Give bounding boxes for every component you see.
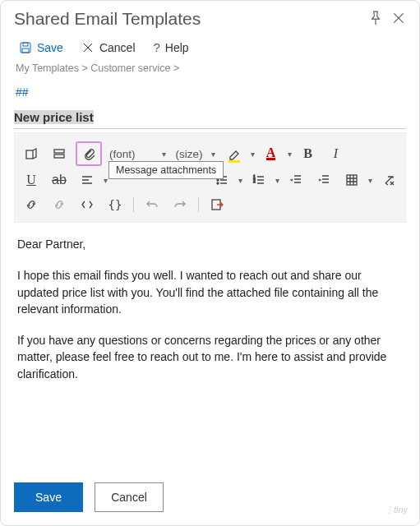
chevron-down-icon: ▾ bbox=[162, 150, 166, 159]
unlink-button[interactable] bbox=[48, 194, 71, 215]
tiny-branding: ⋮tiny bbox=[385, 505, 408, 515]
body-paragraph-1: I hope this email finds you well. I want… bbox=[17, 267, 403, 317]
svg-rect-4 bbox=[54, 150, 64, 153]
chevron-down-icon[interactable]: ▾ bbox=[368, 176, 372, 185]
svg-rect-5 bbox=[54, 155, 64, 158]
cancel-action-label: Cancel bbox=[99, 41, 136, 54]
breadcrumb: My Templates > Customer service > bbox=[16, 62, 406, 74]
font-size-select[interactable]: (size) ▾ bbox=[173, 148, 218, 160]
svg-text:2: 2 bbox=[253, 178, 256, 183]
shortcut-field[interactable]: ## bbox=[16, 85, 406, 99]
attachment-tooltip: Message attachments bbox=[108, 161, 224, 179]
footer-buttons: Save Cancel bbox=[14, 482, 164, 512]
separator bbox=[133, 197, 134, 212]
exit-button[interactable] bbox=[205, 194, 228, 215]
action-bar: Save Cancel ? Help bbox=[19, 40, 406, 54]
body-greeting: Dear Partner, bbox=[17, 236, 403, 252]
chevron-down-icon[interactable]: ▾ bbox=[251, 150, 255, 159]
insert-field-button[interactable]: {} bbox=[104, 194, 127, 215]
italic-button[interactable]: I bbox=[325, 143, 348, 164]
help-action[interactable]: ? Help bbox=[154, 40, 189, 54]
svg-rect-3 bbox=[26, 150, 33, 159]
template-editor-window: Shared Email Templates Save Cancel ? Hel… bbox=[0, 0, 420, 526]
subject-row: New price list bbox=[14, 110, 406, 129]
cancel-action[interactable]: Cancel bbox=[81, 41, 136, 54]
editor-toolbar: (font) ▾ (size) ▾ ▾ A ▾ B I U ab ▾ bbox=[14, 132, 406, 223]
save-action[interactable]: Save bbox=[19, 41, 63, 54]
outdent-button[interactable] bbox=[284, 169, 307, 191]
font-size-label: (size) bbox=[176, 148, 203, 160]
save-action-label: Save bbox=[37, 41, 63, 54]
insert-macro-button[interactable] bbox=[20, 143, 43, 164]
indent-button[interactable] bbox=[312, 169, 335, 191]
subject-input[interactable]: New price list bbox=[14, 110, 94, 124]
title-bar: Shared Email Templates bbox=[14, 9, 406, 29]
body-paragraph-2: If you have any questions or concerns re… bbox=[17, 332, 403, 382]
close-icon[interactable] bbox=[391, 11, 406, 28]
numbered-list-button[interactable]: 12 bbox=[247, 169, 270, 191]
chevron-down-icon[interactable]: ▾ bbox=[288, 150, 292, 159]
cancel-button[interactable]: Cancel bbox=[95, 482, 164, 512]
bold-button[interactable]: B bbox=[297, 143, 320, 164]
clear-format-button[interactable] bbox=[377, 169, 400, 191]
pin-icon[interactable] bbox=[368, 11, 383, 28]
font-family-select[interactable]: (font) ▾ bbox=[107, 148, 168, 160]
source-code-button[interactable] bbox=[76, 194, 99, 215]
underline-button[interactable]: U bbox=[20, 169, 43, 191]
help-icon: ? bbox=[154, 40, 160, 54]
link-button[interactable] bbox=[20, 194, 43, 215]
font-color-button[interactable]: A bbox=[260, 143, 283, 164]
font-family-label: (font) bbox=[109, 148, 136, 160]
svg-rect-1 bbox=[23, 43, 28, 46]
chevron-down-icon: ▾ bbox=[211, 150, 215, 159]
highlight-button[interactable] bbox=[223, 143, 246, 164]
svg-point-7 bbox=[217, 179, 219, 181]
breadcrumb-folder[interactable]: Customer service bbox=[90, 62, 170, 74]
chevron-down-icon[interactable]: ▾ bbox=[104, 176, 108, 185]
svg-rect-11 bbox=[347, 175, 357, 185]
breadcrumb-root[interactable]: My Templates bbox=[16, 62, 79, 74]
attachment-button[interactable] bbox=[76, 141, 102, 166]
email-body-editor[interactable]: Dear Partner, I hope this email finds yo… bbox=[14, 223, 406, 382]
layout-button[interactable] bbox=[48, 143, 71, 164]
save-button[interactable]: Save bbox=[14, 482, 83, 512]
table-button[interactable] bbox=[340, 169, 363, 191]
chevron-down-icon[interactable]: ▾ bbox=[238, 176, 242, 185]
svg-rect-2 bbox=[22, 48, 29, 53]
window-title: Shared Email Templates bbox=[14, 9, 360, 29]
undo-button[interactable] bbox=[141, 194, 164, 215]
separator bbox=[198, 197, 199, 212]
redo-button[interactable] bbox=[168, 194, 192, 215]
svg-point-8 bbox=[217, 182, 219, 184]
strikethrough-button[interactable]: ab bbox=[48, 169, 71, 191]
align-button[interactable] bbox=[76, 169, 99, 191]
help-action-label: Help bbox=[165, 41, 189, 54]
chevron-down-icon[interactable]: ▾ bbox=[275, 176, 279, 185]
